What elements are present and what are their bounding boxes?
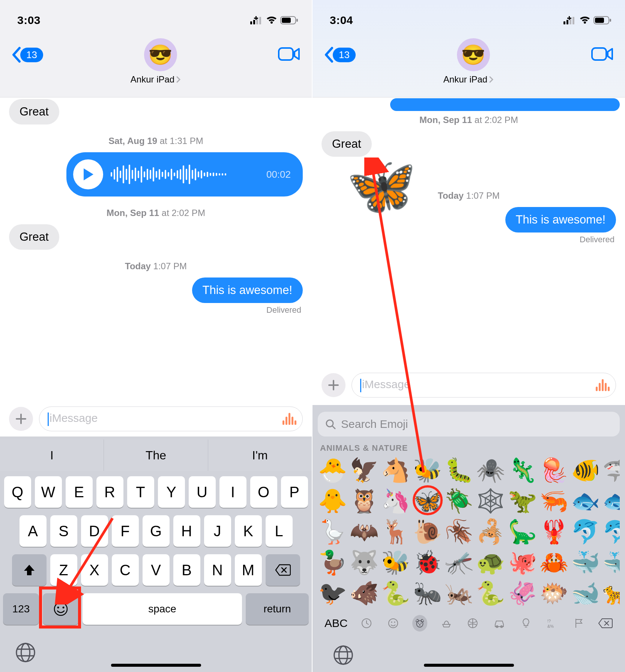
emoji-cell[interactable]: 🐢 bbox=[476, 548, 505, 577]
emoji-cell[interactable]: 🐟 bbox=[602, 487, 620, 515]
key-j[interactable]: J bbox=[204, 515, 231, 547]
emoji-cell[interactable]: 🪿 bbox=[318, 518, 347, 546]
key-y[interactable]: Y bbox=[158, 476, 185, 508]
audio-message-bubble[interactable]: 00:02 bbox=[66, 152, 303, 196]
emoji-cell[interactable]: 🦀 bbox=[539, 548, 568, 577]
emoji-cell[interactable]: 🐌 bbox=[413, 518, 442, 546]
key-x[interactable]: X bbox=[81, 554, 108, 586]
message-bubble-out[interactable]: This is awesome! bbox=[192, 278, 303, 303]
delete-button[interactable] bbox=[598, 618, 613, 629]
key-c[interactable]: C bbox=[112, 554, 139, 586]
emoji-cell[interactable]: 🐡 bbox=[539, 579, 568, 608]
key-g[interactable]: G bbox=[143, 515, 170, 547]
abc-key[interactable]: ABC bbox=[325, 617, 348, 630]
emoji-cell[interactable]: 🐳 bbox=[602, 548, 620, 577]
play-button[interactable] bbox=[73, 159, 103, 189]
key-f[interactable]: F bbox=[112, 515, 139, 547]
emoji-cell[interactable]: 🦉 bbox=[349, 487, 379, 515]
conversation-right[interactable]: Mon, Sep 11 at 2:02 PM Great 🦋 Today 1:0… bbox=[312, 98, 625, 370]
emoji-cell[interactable]: 🦞 bbox=[539, 518, 568, 546]
emoji-cell[interactable]: 🦄 bbox=[381, 487, 410, 515]
message-bubble-out[interactable]: This is awesome! bbox=[505, 207, 616, 232]
emoji-cell[interactable]: 🦖 bbox=[508, 487, 537, 515]
key-u[interactable]: U bbox=[189, 476, 216, 508]
voice-record-button[interactable] bbox=[282, 413, 296, 425]
smileys-category[interactable] bbox=[386, 618, 401, 629]
emoji-cell[interactable]: 🐙 bbox=[508, 548, 537, 577]
key-o[interactable]: O bbox=[250, 476, 277, 508]
message-input[interactable]: iMessage bbox=[352, 373, 616, 398]
key-d[interactable]: D bbox=[81, 515, 108, 547]
numbers-key[interactable]: 123 bbox=[3, 593, 39, 625]
delete-key[interactable] bbox=[266, 554, 300, 586]
emoji-cell[interactable]: 🕷️ bbox=[476, 456, 505, 484]
emoji-cell[interactable]: 🦇 bbox=[349, 518, 379, 546]
emoji-cell[interactable]: 🦂 bbox=[476, 518, 505, 546]
conversation-left[interactable]: Great Sat, Aug 19 at 1:31 PM 00:02 Mon, … bbox=[0, 98, 312, 404]
key-h[interactable]: H bbox=[173, 515, 200, 547]
suggestion[interactable]: I'm bbox=[208, 440, 312, 471]
key-l[interactable]: L bbox=[266, 515, 293, 547]
emoji-cell[interactable]: 🐛 bbox=[444, 456, 473, 484]
key-w[interactable]: W bbox=[35, 476, 62, 508]
food-category[interactable] bbox=[439, 618, 454, 629]
key-i[interactable]: I bbox=[219, 476, 246, 508]
emoji-cell[interactable]: 🐗 bbox=[349, 579, 379, 608]
shift-key[interactable] bbox=[12, 554, 47, 586]
emoji-cell[interactable]: 🦐 bbox=[539, 487, 568, 515]
emoji-cell[interactable]: 🐴 bbox=[381, 456, 410, 484]
emoji-cell[interactable]: 🦋 bbox=[413, 487, 442, 515]
flags-category[interactable] bbox=[571, 618, 586, 629]
emoji-cell[interactable]: 🐝 bbox=[413, 456, 442, 484]
key-a[interactable]: A bbox=[20, 515, 47, 547]
apps-button[interactable] bbox=[322, 373, 346, 397]
emoji-cell[interactable]: 🐳 bbox=[571, 548, 600, 577]
message-input[interactable]: iMessage bbox=[39, 406, 303, 431]
suggestion[interactable]: I bbox=[0, 440, 104, 471]
globe-icon[interactable] bbox=[15, 642, 36, 663]
apps-button[interactable] bbox=[9, 407, 33, 431]
key-v[interactable]: V bbox=[143, 554, 170, 586]
emoji-cell[interactable]: 🐍 bbox=[381, 579, 410, 608]
emoji-cell[interactable]: 🦗 bbox=[444, 579, 473, 608]
emoji-cell[interactable]: 🐋 bbox=[571, 579, 600, 608]
objects-category[interactable] bbox=[518, 618, 533, 629]
contact-name-row[interactable]: Ankur iPad bbox=[131, 74, 181, 85]
emoji-cell[interactable]: 🦑 bbox=[508, 579, 537, 608]
key-b[interactable]: B bbox=[173, 554, 200, 586]
emoji-cell[interactable]: 🐦‍⬛ bbox=[318, 579, 347, 608]
key-z[interactable]: Z bbox=[50, 554, 77, 586]
space-key[interactable]: space bbox=[83, 593, 242, 625]
back-button[interactable]: 13 bbox=[324, 46, 356, 63]
emoji-cell[interactable]: 🦌 bbox=[381, 518, 410, 546]
key-m[interactable]: M bbox=[235, 554, 262, 586]
emoji-cell[interactable]: 🦟 bbox=[444, 548, 473, 577]
emoji-cell[interactable]: 🐺 bbox=[349, 548, 379, 577]
key-q[interactable]: Q bbox=[4, 476, 31, 508]
voice-record-button[interactable] bbox=[596, 379, 610, 391]
key-n[interactable]: N bbox=[204, 554, 231, 586]
key-t[interactable]: T bbox=[127, 476, 154, 508]
key-r[interactable]: R bbox=[96, 476, 123, 508]
globe-icon[interactable] bbox=[333, 645, 354, 666]
emoji-cell[interactable]: 🐠 bbox=[571, 456, 600, 484]
emoji-cell[interactable]: 🦈 bbox=[602, 456, 620, 484]
key-s[interactable]: S bbox=[50, 515, 77, 547]
emoji-cell[interactable]: 🪼 bbox=[539, 456, 568, 484]
emoji-cell[interactable]: 🐞 bbox=[413, 548, 442, 577]
emoji-search[interactable]: Search Emoji bbox=[318, 412, 620, 436]
back-button[interactable]: 13 bbox=[11, 46, 43, 63]
message-bubble-in[interactable]: Great bbox=[9, 99, 59, 124]
emoji-cell[interactable]: 🪲 bbox=[444, 487, 473, 515]
emoji-cell[interactable]: 🐬 bbox=[602, 518, 620, 546]
home-indicator[interactable] bbox=[424, 664, 514, 667]
emoji-cell[interactable]: 🐜 bbox=[413, 579, 442, 608]
travel-category[interactable] bbox=[492, 618, 507, 628]
dragged-emoji-sticker[interactable]: 🦋 bbox=[346, 153, 416, 219]
emoji-cell[interactable]: 🦕 bbox=[508, 518, 537, 546]
emoji-cell[interactable]: 🐆 bbox=[602, 579, 620, 608]
contact-name-row[interactable]: Ankur iPad bbox=[443, 74, 494, 85]
animals-category[interactable] bbox=[412, 615, 427, 632]
emoji-cell[interactable]: 🐥 bbox=[318, 487, 347, 515]
facetime-button[interactable] bbox=[278, 46, 300, 63]
